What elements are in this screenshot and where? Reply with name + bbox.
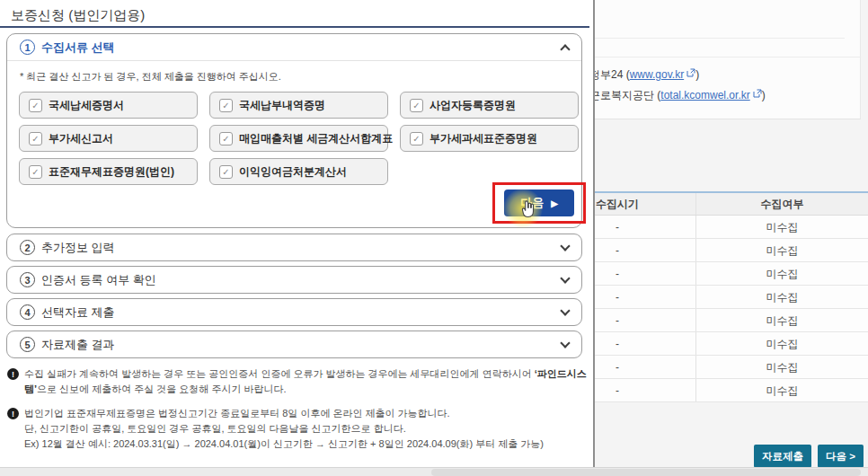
step2-additional-info-section[interactable]: 2 추가정보 입력 <box>6 234 582 261</box>
chevron-down-icon[interactable] <box>560 305 570 315</box>
doc-button-business-registration[interactable]: ✓ 사업자등록증명원 <box>400 92 579 119</box>
document-buttons-grid: ✓ 국세납세증명서 ✓ 국세납부내역증명 ✓ 사업자등록증명원 ✓ 부가세신고서… <box>19 92 581 185</box>
guarantee-application-modal: 보증신청 (법인기업용) 1 수집서류 선택 * 최근 결산 신고가 된 경우,… <box>0 0 595 467</box>
gov24-link-line: 정부24 (www.gov.kr) <box>589 67 699 83</box>
cell-status: 미수집 <box>696 262 868 285</box>
col-header-collect-status: 수집여부 <box>696 193 868 215</box>
title-underline <box>0 26 589 28</box>
step4-submit-selected-data-section[interactable]: 4 선택자료 제출 <box>6 298 582 326</box>
external-link-icon <box>753 88 762 101</box>
scrollbar-thumb[interactable] <box>431 469 861 476</box>
step2-number-badge: 2 <box>20 240 35 255</box>
gov24-link[interactable]: www.gov.kr <box>630 68 684 81</box>
chevron-down-icon[interactable] <box>560 241 570 251</box>
tutorial-highlight-box: 다음 ▶ <box>492 182 586 224</box>
cell-status: 미수집 <box>696 309 868 331</box>
doc-button-national-tax-history[interactable]: ✓ 국세납부내역증명 <box>209 92 388 119</box>
step1-note: * 최근 결산 신고가 된 경우, 전체 제출을 진행하여 주십시오. <box>20 70 569 84</box>
cell-status: 미수집 <box>696 332 868 355</box>
divider <box>575 38 845 39</box>
step1-number-badge: 1 <box>20 40 35 55</box>
step1-header[interactable]: 1 수집서류 선택 <box>7 34 581 61</box>
checkbox-icon[interactable]: ✓ <box>29 165 42 179</box>
step5-number-badge: 5 <box>20 337 35 352</box>
info-icon: ! <box>7 408 19 419</box>
checkbox-icon[interactable]: ✓ <box>29 99 42 112</box>
step1-title: 수집서류 선택 <box>41 40 115 56</box>
step4-number-badge: 4 <box>20 304 35 320</box>
cell-status: 미수집 <box>696 356 868 378</box>
chevron-up-icon[interactable] <box>560 44 570 54</box>
background-actions: 자료제출 다음 > <box>754 445 864 468</box>
chevron-down-icon[interactable] <box>560 273 570 283</box>
step1-next-button[interactable]: 다음 ▶ <box>504 190 574 216</box>
info-icon: ! <box>7 368 19 380</box>
submit-data-button[interactable]: 자료제출 <box>754 445 811 468</box>
cell-status: 미수집 <box>696 239 868 261</box>
kcomwel-label: 근로복지공단 ( <box>589 89 660 101</box>
chevron-down-icon[interactable] <box>560 338 570 348</box>
gov24-label-suffix: ) <box>695 68 699 81</box>
cell-status: 미수집 <box>696 216 868 238</box>
doc-button-vat-return[interactable]: ✓ 부가세신고서 <box>19 125 198 152</box>
kcomwel-link[interactable]: total.kcomwel.or.kr <box>660 89 749 101</box>
screen: 정부24 (www.gov.kr) 근로복지공단 (total.kcomwel.… <box>0 0 868 476</box>
cell-status: 미수집 <box>696 379 868 401</box>
play-arrow-icon: ▶ <box>551 198 558 208</box>
checkbox-icon[interactable]: ✓ <box>219 132 233 145</box>
checkbox-icon[interactable]: ✓ <box>29 132 42 145</box>
background-next-button[interactable]: 다음 > <box>818 445 864 468</box>
footnote-financial-statement-schedule: ! 법인기업 표준재무제표증명은 법정신고기간 종료일로부터 8일 이후에 온라… <box>7 406 589 452</box>
page-title: 보증신청 (법인기업용) <box>11 7 145 24</box>
cell-status: 미수집 <box>696 286 868 308</box>
checkbox-icon[interactable]: ✓ <box>410 132 423 145</box>
kcomwel-link-line: 근로복지공단 (total.kcomwel.or.kr) <box>589 88 766 103</box>
external-link-icon <box>686 67 695 80</box>
background-info-card: 정부24 (www.gov.kr) 근로복지공단 (total.kcomwel.… <box>575 0 861 119</box>
checkbox-icon[interactable]: ✓ <box>219 99 233 112</box>
horizontal-scrollbar[interactable] <box>0 467 868 476</box>
gov24-label: 정부24 ( <box>589 68 630 81</box>
footnote-collection-failure: ! 수집 실패가 계속하여 발생하는 경우 또는 공인인증서 인증에 오류가 발… <box>7 366 589 397</box>
background-page: 정부24 (www.gov.kr) 근로복지공단 (total.kcomwel.… <box>575 0 868 476</box>
divider <box>575 57 861 57</box>
doc-button-national-tax-payment-cert[interactable]: ✓ 국세납세증명서 <box>19 92 198 119</box>
checkbox-icon[interactable]: ✓ <box>219 165 233 179</box>
doc-button-standard-financial-statement[interactable]: ✓ 표준재무제표증명원(법인) <box>19 158 198 185</box>
checkbox-icon[interactable]: ✓ <box>410 99 423 112</box>
doc-button-retained-earnings-statement[interactable]: ✓ 이익잉여금처분계산서 <box>209 158 388 185</box>
step5-submission-result-section[interactable]: 5 자료제출 결과 <box>6 331 582 358</box>
step3-number-badge: 3 <box>20 272 35 287</box>
step3-certificate-check-section[interactable]: 3 인증서 등록 여부 확인 <box>6 266 582 294</box>
kcomwel-label-suffix: ) <box>762 89 766 101</box>
footnotes: ! 수집 실패가 계속하여 발생하는 경우 또는 공인인증서 인증에 오류가 발… <box>7 366 589 461</box>
doc-button-tax-invoice-summary[interactable]: ✓ 매입매출처별 세금계산서합계표 <box>209 125 388 152</box>
step1-collect-documents-section: 1 수집서류 선택 * 최근 결산 신고가 된 경우, 전체 제출을 진행하여 … <box>6 33 582 228</box>
doc-button-vat-base-cert[interactable]: ✓ 부가세과세표준증명원 <box>400 125 579 152</box>
